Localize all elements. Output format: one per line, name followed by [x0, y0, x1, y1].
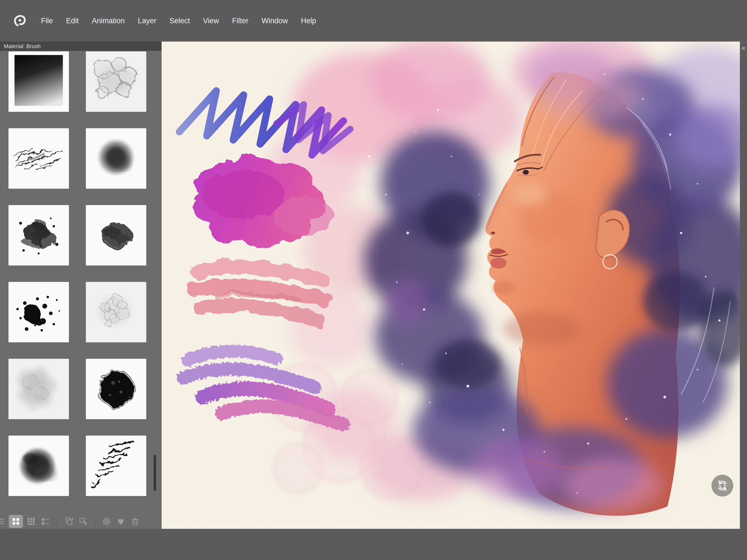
canvas-artwork	[162, 42, 740, 529]
brush-thumbnail-rough-scribble[interactable]	[86, 205, 146, 265]
toolbar-divider	[57, 517, 57, 526]
canvas[interactable]	[162, 42, 740, 529]
transfer-material-icon[interactable]	[76, 515, 90, 528]
menu-animation[interactable]: Animation	[85, 17, 131, 25]
menu-select[interactable]: Select	[163, 17, 197, 25]
menu: File Edit Animation Layer Select View Fi…	[34, 17, 323, 25]
brush-thumbnail-spray-noise[interactable]	[8, 51, 69, 112]
brush-thumbnail-grid	[0, 51, 146, 496]
brush-thumbnail-black-rough[interactable]	[86, 359, 146, 419]
brush-thumbnail-smoke-outline[interactable]	[86, 51, 146, 112]
grid-small-icon[interactable]	[24, 515, 38, 528]
duplicate-material-icon[interactable]	[62, 515, 76, 528]
material-brush-panel: Material: Brush	[0, 42, 162, 529]
canvas-rotate-icon	[716, 479, 729, 492]
settings-gear-icon[interactable]	[100, 515, 114, 528]
favorite-heart-icon[interactable]	[114, 515, 128, 528]
menu-layer[interactable]: Layer	[131, 17, 163, 25]
brush-thumbnail-scratch-hatch[interactable]	[8, 128, 69, 189]
toolbar-divider	[95, 517, 95, 526]
material-panel-toolbar	[0, 514, 162, 529]
menu-help[interactable]: Help	[294, 17, 323, 25]
material-panel-header: Material: Brush	[0, 42, 162, 51]
clip-studio-logo-icon[interactable]	[12, 13, 27, 28]
menu-edit[interactable]: Edit	[60, 17, 85, 25]
panel-scrollbar[interactable]	[154, 455, 156, 491]
brush-thumbnail-bubble-wash[interactable]	[86, 282, 146, 342]
material-panel-title: Material: Brush	[0, 42, 162, 51]
chevron-left-double-icon: «	[742, 44, 745, 52]
brush-thumbnail-diagonal-hatch[interactable]	[86, 436, 146, 496]
delete-trash-icon[interactable]	[128, 515, 142, 528]
collapse-right-panel-button[interactable]: «	[740, 43, 747, 54]
brush-thumbnail-light-smoke[interactable]	[8, 359, 69, 419]
brush-thumbnail-soft-round[interactable]	[86, 128, 146, 189]
grid-large-icon[interactable]	[9, 515, 23, 528]
menu-window[interactable]: Window	[255, 17, 294, 25]
canvas-rotate-button[interactable]	[712, 475, 733, 497]
brush-thumbnail-ink-splatter[interactable]	[8, 282, 69, 342]
menu-view[interactable]: View	[197, 17, 226, 25]
menu-filter[interactable]: Filter	[226, 17, 255, 25]
menu-bar: File Edit Animation Layer Select View Fi…	[0, 0, 747, 42]
brush-thumbnail-soft-charcoal[interactable]	[8, 436, 69, 496]
brush-thumbnail-dark-splatter[interactable]	[8, 205, 69, 265]
detail-list-icon[interactable]	[38, 515, 52, 528]
menu-file[interactable]: File	[34, 17, 60, 25]
list-view-icon[interactable]	[0, 515, 8, 528]
